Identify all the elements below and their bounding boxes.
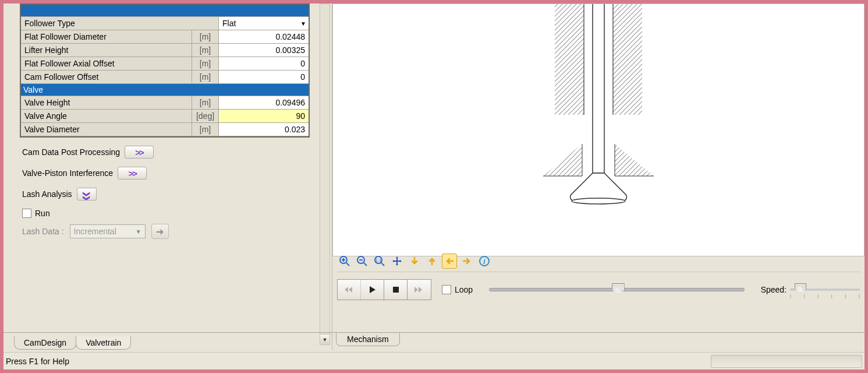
tab-mechanism[interactable]: Mechanism bbox=[336, 333, 400, 346]
zoom-fit-icon[interactable]: 1:1 bbox=[372, 254, 387, 269]
speed-label: Speed: bbox=[761, 285, 786, 294]
property-select[interactable]: Flat bbox=[219, 17, 309, 30]
group-header-label bbox=[21, 5, 219, 16]
property-row: Valve Diameter[m]0.023 bbox=[21, 123, 309, 136]
property-value[interactable]: 0 bbox=[219, 71, 309, 83]
property-unit: [deg] bbox=[192, 110, 219, 122]
property-unit: [m] bbox=[192, 71, 219, 83]
svg-rect-0 bbox=[555, 4, 584, 115]
property-label: Flat Follower Axial Offset bbox=[21, 57, 192, 70]
property-row: Cam Follower Offset[m]0 bbox=[21, 71, 309, 84]
property-value[interactable]: 90 bbox=[219, 110, 309, 122]
svg-rect-4 bbox=[593, 4, 604, 173]
mechanism-canvas[interactable] bbox=[332, 3, 865, 256]
svg-rect-24 bbox=[393, 287, 399, 293]
svg-text:1:1: 1:1 bbox=[375, 258, 382, 263]
speed-thumb[interactable] bbox=[795, 283, 806, 294]
run-checkbox[interactable] bbox=[22, 209, 31, 218]
arrow-right-icon[interactable] bbox=[459, 254, 474, 269]
property-row: Lifter Height[m]0.00325 bbox=[21, 44, 309, 57]
property-value[interactable]: 0.02448 bbox=[219, 30, 309, 43]
pan-icon[interactable] bbox=[389, 254, 405, 269]
property-value[interactable]: 0.09496 bbox=[219, 96, 309, 109]
loop-checkbox[interactable] bbox=[442, 285, 451, 294]
playback-bar: Loop Speed: |||||| bbox=[337, 272, 860, 303]
cam-data-button[interactable]: >> bbox=[125, 146, 154, 159]
lash-analysis-label: Lash Analysis bbox=[22, 189, 72, 199]
status-text: Press F1 for Help bbox=[6, 357, 69, 366]
arrow-left-icon[interactable] bbox=[442, 254, 457, 269]
svg-line-17 bbox=[364, 263, 367, 266]
lash-data-select: Incremental bbox=[70, 224, 146, 238]
arrow-up-icon[interactable] bbox=[424, 254, 440, 269]
property-group-header bbox=[21, 5, 309, 17]
svg-point-5 bbox=[572, 198, 625, 204]
svg-line-13 bbox=[346, 263, 349, 266]
property-row: Follower TypeFlat bbox=[21, 17, 309, 30]
lash-data-label: Lash Data : bbox=[22, 227, 64, 236]
valve-piston-button[interactable]: >> bbox=[118, 167, 147, 180]
fastforward-button[interactable] bbox=[408, 280, 431, 300]
preview-panel: 1:1 i bbox=[332, 3, 865, 350]
loop-label: Loop bbox=[455, 285, 473, 294]
property-unit: [m] bbox=[192, 123, 219, 136]
status-well bbox=[711, 355, 862, 368]
arrow-down-icon[interactable] bbox=[407, 254, 422, 269]
property-label: Valve Diameter bbox=[21, 123, 192, 136]
left-scrollbar[interactable] bbox=[320, 3, 330, 345]
property-value[interactable]: 0 bbox=[219, 57, 309, 70]
play-button[interactable] bbox=[361, 280, 384, 300]
run-label: Run bbox=[35, 209, 50, 218]
group-header-label: Valve bbox=[21, 84, 219, 96]
stop-button[interactable] bbox=[384, 280, 408, 300]
rewind-button[interactable] bbox=[338, 280, 361, 300]
view-toolbar: 1:1 i bbox=[337, 253, 492, 269]
scroll-down-icon[interactable] bbox=[320, 334, 330, 344]
property-unit: [m] bbox=[192, 57, 219, 70]
tab-camdesign[interactable]: CamDesign bbox=[14, 336, 76, 350]
zoom-in-icon[interactable] bbox=[337, 254, 352, 269]
valve-drawing bbox=[511, 4, 686, 249]
zoom-out-icon[interactable] bbox=[355, 254, 370, 269]
property-label: Valve Height bbox=[21, 96, 192, 109]
lash-data-go-button: ➔ bbox=[151, 224, 169, 239]
status-bar: Press F1 for Help bbox=[3, 352, 865, 370]
property-group-header: Valve bbox=[21, 84, 309, 96]
property-unit: [m] bbox=[192, 96, 219, 109]
speed-slider[interactable]: |||||| bbox=[790, 288, 860, 291]
property-label: Lifter Height bbox=[21, 44, 192, 57]
svg-rect-1 bbox=[613, 4, 642, 115]
property-value[interactable]: 0.023 bbox=[219, 123, 309, 136]
property-row: Flat Follower Diameter[m]0.02448 bbox=[21, 30, 309, 44]
property-label: Cam Follower Offset bbox=[21, 71, 192, 83]
tab-valvetrain[interactable]: Valvetrain bbox=[76, 336, 131, 350]
lash-analysis-toggle[interactable] bbox=[77, 188, 97, 200]
property-row: Flat Follower Axial Offset[m]0 bbox=[21, 57, 309, 71]
property-value[interactable]: 0.00325 bbox=[219, 44, 309, 57]
info-icon[interactable]: i bbox=[477, 254, 492, 269]
valve-piston-label: Valve-Piston Interference bbox=[22, 168, 113, 178]
svg-text:i: i bbox=[483, 258, 486, 266]
timeline-slider[interactable] bbox=[489, 288, 744, 291]
property-unit: [m] bbox=[192, 30, 219, 43]
properties-panel: Follower TypeFlatFlat Follower Diameter[… bbox=[3, 3, 332, 350]
svg-marker-3 bbox=[615, 144, 654, 176]
svg-line-20 bbox=[381, 263, 384, 266]
timeline-thumb[interactable] bbox=[612, 283, 625, 295]
cam-data-label: Cam Data Post Processing bbox=[22, 147, 120, 157]
property-row: Valve Height[m]0.09496 bbox=[21, 96, 309, 110]
property-unit: [m] bbox=[192, 44, 219, 57]
svg-marker-2 bbox=[543, 144, 582, 176]
property-label: Valve Angle bbox=[21, 110, 192, 122]
property-label: Flat Follower Diameter bbox=[21, 30, 192, 43]
property-table: Follower TypeFlatFlat Follower Diameter[… bbox=[20, 3, 310, 138]
property-label: Follower Type bbox=[21, 17, 219, 30]
property-row: Valve Angle[deg]90 bbox=[21, 110, 309, 123]
